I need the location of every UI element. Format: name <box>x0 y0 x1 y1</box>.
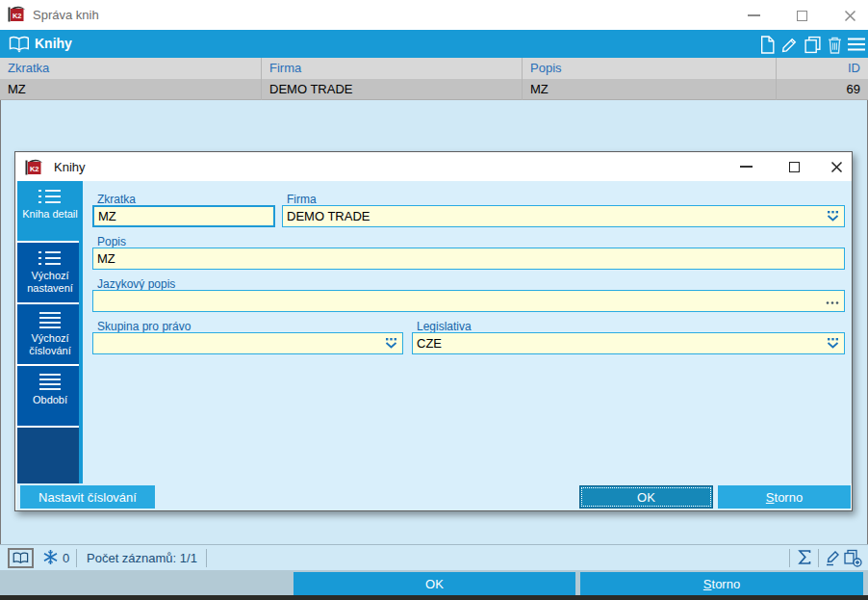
dialog-ok-button[interactable]: OK <box>579 485 713 509</box>
separator <box>76 549 77 567</box>
zkratka-field[interactable] <box>92 205 275 227</box>
view-title: Knihy <box>35 36 72 51</box>
label-firma: Firma <box>287 193 317 206</box>
jazykovy-popis-ellipsis-button[interactable] <box>824 296 840 310</box>
close-icon <box>844 10 856 22</box>
delete-button[interactable] <box>824 34 845 55</box>
dialog-minimize-button[interactable] <box>731 160 760 173</box>
window-title: Správa knih <box>33 8 99 22</box>
record-count-label: Počet záznamů: 1/1 <box>87 551 197 565</box>
book-toggle-button[interactable] <box>8 548 34 568</box>
dropdown-icon <box>826 210 840 222</box>
frozen-count: 0 <box>63 551 69 565</box>
svg-text:K2: K2 <box>30 165 39 173</box>
dotted-list-icon <box>38 188 63 205</box>
table-row[interactable]: MZ DEMO TRADE MZ 69 <box>0 79 868 100</box>
minimize-button[interactable] <box>739 9 768 22</box>
popis-field[interactable] <box>92 248 845 270</box>
k2-logo-icon: K2 <box>25 159 43 176</box>
close-button[interactable] <box>835 9 864 22</box>
book-icon <box>9 36 30 54</box>
row-cell-firma: DEMO TRADE <box>262 79 523 100</box>
dotted-list-icon <box>38 249 63 267</box>
firma-field[interactable] <box>282 205 845 227</box>
firma-dropdown-button[interactable] <box>825 209 841 223</box>
new-record-button[interactable] <box>756 34 778 55</box>
dialog-titlebar: K2 Knihy <box>15 152 852 181</box>
row-cell-popis: MZ <box>523 79 777 100</box>
ellipsis-icon <box>826 300 839 305</box>
pencil-sign-icon <box>824 549 841 566</box>
dropdown-icon <box>826 337 840 350</box>
separator <box>789 549 790 567</box>
dialog-knihy: K2 Knihy Kniha detail <box>14 151 853 511</box>
copy-add-button[interactable] <box>843 549 862 571</box>
tab-vychozi-cislovani[interactable]: Výchozí číslování <box>17 304 83 364</box>
skupina-dropdown-button[interactable] <box>383 336 399 351</box>
main-titlebar: K2 Správa knih <box>0 0 868 30</box>
footer-storno-button[interactable]: Storno <box>580 572 863 595</box>
delete-icon <box>827 36 843 54</box>
tab-obdobi[interactable]: Období <box>17 366 83 426</box>
active-tab-stripe <box>79 181 83 483</box>
desktop-background-strip <box>0 595 868 600</box>
legislativa-dropdown-button[interactable] <box>825 336 841 351</box>
jazykovy-popis-field[interactable] <box>92 290 845 312</box>
tab-kniha-detail[interactable]: Kniha detail <box>17 181 83 241</box>
maximize-button[interactable] <box>787 9 816 22</box>
copy-plus-icon <box>843 549 862 567</box>
footer-button-band: OK Storno <box>0 570 868 595</box>
label-skupina-pro-pravo: Skupina pro právo <box>97 320 191 333</box>
lines-icon <box>38 373 63 391</box>
close-icon <box>830 161 843 173</box>
dialog-maximize-button[interactable] <box>779 160 808 173</box>
book-icon <box>13 552 29 564</box>
separator <box>206 549 207 567</box>
legislativa-field[interactable] <box>412 332 845 354</box>
main-toolbar: Knihy <box>0 30 868 58</box>
dropdown-icon <box>384 337 398 350</box>
dialog-title: Knihy <box>54 160 86 174</box>
sign-button[interactable] <box>824 549 841 570</box>
edit-icon <box>780 36 799 54</box>
footer-ok-button[interactable]: OK <box>294 572 575 595</box>
tab-vychozi-nastaveni[interactable]: Výchozí nastavení <box>17 243 83 302</box>
table-header: Zkratka Firma Popis ID <box>0 58 868 79</box>
app-window: K2 Správa knih Knihy <box>0 0 868 600</box>
sigma-icon <box>797 549 812 565</box>
row-cell-id: 69 <box>777 79 868 100</box>
menu-icon <box>847 37 866 52</box>
copy-button[interactable] <box>802 34 823 55</box>
column-header-zkratka[interactable]: Zkratka <box>0 58 262 79</box>
dialog-close-button[interactable] <box>822 160 851 173</box>
nastavit-cislovani-button[interactable]: Nastavit číslování <box>20 485 155 509</box>
edit-button[interactable] <box>779 34 800 55</box>
k2-logo-icon: K2 <box>8 6 26 23</box>
column-header-popis[interactable]: Popis <box>523 58 777 79</box>
label-jazykovy-popis: Jazykový popis <box>97 277 175 291</box>
menu-button[interactable] <box>846 34 867 55</box>
label-legislativa: Legislativa <box>417 320 472 333</box>
label-zkratka: Zkratka <box>97 193 136 206</box>
copy-icon <box>804 36 822 54</box>
dialog-storno-button[interactable]: Storno <box>718 485 851 509</box>
column-header-id[interactable]: ID <box>777 58 868 79</box>
svg-text:K2: K2 <box>13 12 22 20</box>
status-bar: 0 Počet záznamů: 1/1 <box>0 544 868 570</box>
new-record-icon <box>759 36 776 54</box>
label-popis: Popis <box>97 235 126 248</box>
row-cell-zkratka: MZ <box>0 79 262 100</box>
separator <box>818 549 819 567</box>
column-header-firma[interactable]: Firma <box>262 58 523 79</box>
dialog-sidebar: Kniha detail Výchozí nastavení Výchozí č… <box>17 181 83 483</box>
skupina-pro-pravo-field[interactable] <box>92 332 403 354</box>
lines-icon <box>38 311 63 329</box>
frozen-records-icon[interactable] <box>42 549 59 569</box>
sum-button[interactable] <box>797 549 812 569</box>
